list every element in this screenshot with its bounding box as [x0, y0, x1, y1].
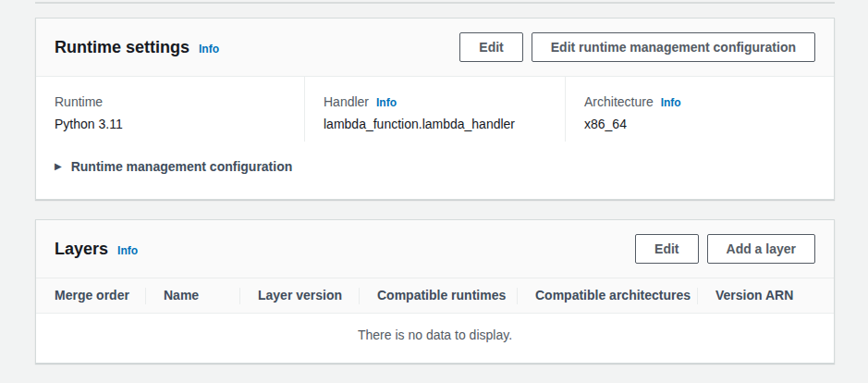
runtime-management-configuration-expander[interactable]: ▶ Runtime management configuration [36, 142, 834, 199]
edit-layers-button[interactable]: Edit [635, 234, 698, 264]
column-header-version-arn: Version ARN [697, 288, 834, 303]
runtime-settings-header: Runtime settings Info Edit Edit runtime … [36, 19, 834, 77]
layers-title-group: Layers Info [55, 239, 138, 259]
handler-info-link[interactable]: Info [376, 96, 397, 109]
edit-runtime-settings-button[interactable]: Edit [459, 32, 522, 62]
runtime-settings-fields: Runtime Python 3.11 Handler Info lambda_… [36, 77, 834, 142]
architecture-field: Architecture Info x86_64 [565, 77, 834, 142]
runtime-settings-info-link[interactable]: Info [199, 43, 219, 56]
column-header-layer-version: Layer version [239, 288, 359, 303]
runtime-settings-actions: Edit Edit runtime management configurati… [459, 32, 815, 62]
runtime-field-label-row: Runtime [55, 93, 289, 110]
handler-field-value: lambda_function.lambda_handler [324, 116, 550, 132]
architecture-info-link[interactable]: Info [661, 96, 681, 109]
architecture-field-value: x86_64 [584, 116, 819, 132]
runtime-field-label: Runtime [55, 93, 103, 110]
handler-field-label-row: Handler Info [324, 93, 550, 110]
column-header-merge-order: Merge order [36, 288, 145, 303]
add-a-layer-button[interactable]: Add a layer [707, 234, 815, 264]
page-content: Runtime settings Info Edit Edit runtime … [0, 2, 868, 383]
runtime-settings-card: Runtime settings Info Edit Edit runtime … [35, 18, 835, 200]
edit-runtime-management-configuration-button[interactable]: Edit runtime management configuration [532, 32, 815, 62]
layers-title: Layers [55, 239, 108, 259]
runtime-settings-title: Runtime settings [55, 37, 189, 57]
handler-field: Handler Info lambda_function.lambda_hand… [304, 77, 565, 142]
column-header-name: Name [145, 288, 239, 303]
column-header-compatible-runtimes: Compatible runtimes [359, 288, 517, 303]
previous-section-divider [35, 2, 835, 4]
runtime-settings-body: Runtime Python 3.11 Handler Info lambda_… [36, 77, 834, 199]
caret-right-icon: ▶ [55, 162, 62, 171]
layers-actions: Edit Add a layer [635, 234, 815, 264]
runtime-settings-title-group: Runtime settings Info [55, 37, 219, 57]
layers-table-header: Merge order Name Layer version Compatibl… [36, 278, 834, 314]
runtime-field-value: Python 3.11 [55, 116, 289, 132]
column-header-compatible-architectures: Compatible architectures [517, 288, 697, 303]
layers-info-link[interactable]: Info [117, 244, 138, 257]
architecture-field-label-row: Architecture Info [584, 93, 819, 110]
runtime-management-configuration-expander-label: Runtime management configuration [71, 158, 293, 175]
runtime-field: Runtime Python 3.11 [36, 77, 304, 142]
layers-header: Layers Info Edit Add a layer [36, 220, 834, 278]
handler-field-label: Handler [324, 93, 369, 110]
layers-card: Layers Info Edit Add a layer Merge order… [35, 219, 835, 364]
empty-state-message: There is no data to display. [358, 327, 512, 342]
architecture-field-label: Architecture [584, 93, 654, 110]
layers-table-empty-state: There is no data to display. [36, 314, 834, 363]
